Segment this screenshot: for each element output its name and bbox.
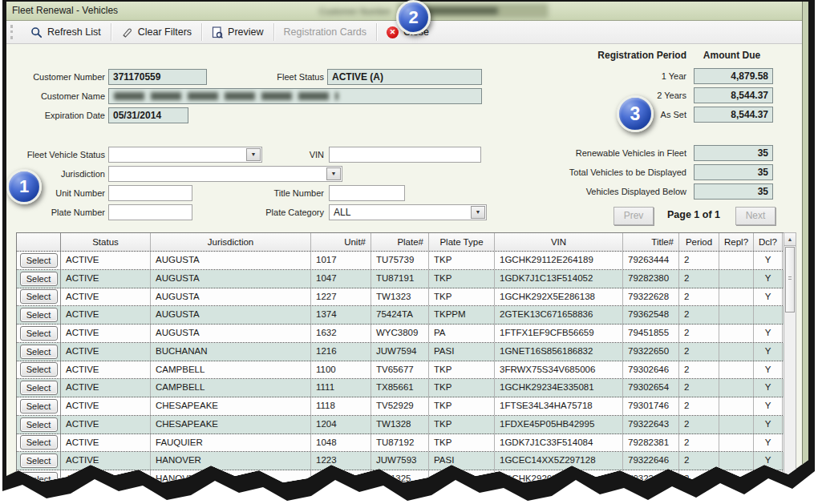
clear-filters-label: Clear Filters xyxy=(138,26,192,38)
column-header-status[interactable]: Status xyxy=(61,233,151,251)
select-button[interactable]: Select xyxy=(20,326,58,341)
cell-plate: TV65677 xyxy=(371,361,429,379)
cell-platetype: PASI xyxy=(429,343,495,361)
cell-dcl xyxy=(754,306,783,324)
cell-dcl: Y xyxy=(754,397,783,415)
renewable-vehicles-field: 35 xyxy=(694,145,773,161)
callout-2: 2 xyxy=(396,0,431,34)
amount-due-header: Amount Due xyxy=(694,47,770,63)
preview-label: Preview xyxy=(228,26,263,38)
plate-category-value: ALL xyxy=(334,207,350,218)
cell-title: 79322628 xyxy=(623,288,679,306)
column-header-vin[interactable]: VIN xyxy=(495,233,623,251)
cell-unit: 1227 xyxy=(311,288,371,306)
cell-dcl: Y xyxy=(754,343,783,361)
cell-platetype: TKP xyxy=(429,434,495,452)
select-button[interactable]: Select xyxy=(20,435,58,450)
cell-repl xyxy=(719,379,754,397)
unit-number-input[interactable] xyxy=(108,185,192,201)
column-header-jurisdiction[interactable]: Jurisdiction xyxy=(151,233,311,251)
cell-vin: 1FDXE45P05HB42995 xyxy=(495,416,623,433)
select-button[interactable]: Select xyxy=(20,362,58,377)
table-row: SelectACTIVECAMPBELL1111TX85661TKP1GCHK2… xyxy=(17,379,784,397)
cell-platetype: PASI xyxy=(429,452,495,470)
table-scrollbar[interactable]: ▲ xyxy=(784,232,796,479)
column-header-repl[interactable]: Repl? xyxy=(719,233,754,251)
registration-cards-button[interactable]: Registration Cards xyxy=(274,22,377,42)
expiration-date-field: 05/31/2014 xyxy=(108,107,188,123)
scroll-up-arrow-icon[interactable]: ▲ xyxy=(784,233,796,246)
vehicles-displayed-label: Vehicles Displayed Below xyxy=(504,183,686,200)
select-button[interactable]: Select xyxy=(20,399,58,413)
plate-number-input[interactable] xyxy=(108,204,192,220)
toolbar-grip xyxy=(10,25,15,39)
chevron-down-icon[interactable]: ▼ xyxy=(326,167,341,180)
select-button[interactable]: Select xyxy=(20,454,58,468)
select-button[interactable]: Select xyxy=(20,289,58,304)
select-button[interactable]: Select xyxy=(20,272,58,286)
cell-unit: 1223 xyxy=(311,452,371,470)
cell-vin: 3FRWX75S34V685006 xyxy=(495,361,623,379)
cell-vin: 1GDK7J1C13F514052 xyxy=(495,270,623,288)
cell-jurisdiction: AUGUSTA xyxy=(151,288,311,306)
cell-vin: 1GDK7J1C33F514084 xyxy=(495,434,623,452)
cell-jurisdiction: AUGUSTA xyxy=(151,270,311,288)
cell-period: 2 xyxy=(679,397,719,415)
cell-dcl: Y xyxy=(754,379,783,397)
jurisdiction-combobox[interactable]: ▼ xyxy=(108,166,342,182)
select-button[interactable]: Select xyxy=(20,381,58,395)
cell-title: 79282380 xyxy=(623,270,679,288)
cell-title: 79263444 xyxy=(623,252,679,269)
vin-input[interactable] xyxy=(329,147,481,163)
select-button[interactable]: Select xyxy=(20,253,58,268)
column-header-plate[interactable]: Plate# xyxy=(371,233,429,251)
callout-3: 3 xyxy=(617,95,654,132)
cell-title: 79322650 xyxy=(623,343,679,361)
cell-title: 79302654 xyxy=(623,379,679,397)
cell-period: 2 xyxy=(679,306,719,324)
refresh-list-button[interactable]: Refresh List xyxy=(21,22,111,42)
cell-plate: TW1328 xyxy=(371,416,429,433)
column-header-platetype[interactable]: Plate Type xyxy=(429,233,495,251)
select-cell: Select xyxy=(17,452,61,470)
cell-vin: 1GCHK29234E335081 xyxy=(495,379,623,397)
plate-category-combobox[interactable]: ALL ▼ xyxy=(329,204,487,220)
fleet-status-label: Fleet Status xyxy=(247,69,324,85)
next-button[interactable]: Next xyxy=(735,207,775,225)
select-cell: Select xyxy=(17,397,61,415)
column-header-period[interactable]: Period xyxy=(679,233,719,251)
fleet-vehicle-status-label: Fleet Vehicle Status xyxy=(14,147,105,163)
chevron-down-icon[interactable]: ▼ xyxy=(471,206,485,219)
redacted-label: Customer Number xyxy=(319,6,391,16)
vehicle-table-area: StatusJurisdictionUnit#Plate#Plate TypeV… xyxy=(16,232,796,497)
cell-unit: 1204 xyxy=(311,416,371,433)
cell-status: ACTIVE xyxy=(61,452,151,470)
column-header-unit[interactable]: Unit# xyxy=(311,233,371,251)
cell-repl xyxy=(719,452,754,470)
cell-jurisdiction: CAMPBELL xyxy=(151,361,311,379)
select-button[interactable]: Select xyxy=(20,345,58,359)
column-header-dcl[interactable]: Dcl? xyxy=(754,233,783,251)
scrollbar-thumb[interactable] xyxy=(785,247,795,312)
preview-button[interactable]: Preview xyxy=(202,22,273,42)
app-window: Fleet Renewal - Vehicles Customer Number… xyxy=(6,2,808,484)
table-row: SelectACTIVEAUGUSTA1227TW1323TKP1GCHK292… xyxy=(17,288,784,307)
select-button[interactable]: Select xyxy=(20,417,58,432)
select-button[interactable]: Select xyxy=(20,308,58,322)
fleet-vehicle-status-combobox[interactable]: ▼ xyxy=(108,147,262,163)
fleet-status-field: ACTIVE (A) xyxy=(327,69,482,85)
preview-page-icon xyxy=(212,26,223,38)
cell-jurisdiction: CHESAPEAKE xyxy=(151,397,311,415)
cell-unit: 1017 xyxy=(311,252,371,269)
customer-name-field xyxy=(108,88,482,104)
title-number-input[interactable] xyxy=(329,185,405,201)
cell-dcl: Y xyxy=(754,270,783,288)
two-years-amount-field: 8,544.37 xyxy=(694,87,773,103)
cell-platetype: TKP xyxy=(429,416,495,433)
clear-filters-button[interactable]: Clear Filters xyxy=(111,22,201,42)
cell-status: ACTIVE xyxy=(61,434,151,452)
column-header-title[interactable]: Title# xyxy=(623,233,679,251)
prev-button[interactable]: Prev xyxy=(614,207,654,225)
cell-unit: 1111 xyxy=(311,379,371,397)
cell-platetype: TKP xyxy=(429,361,495,379)
